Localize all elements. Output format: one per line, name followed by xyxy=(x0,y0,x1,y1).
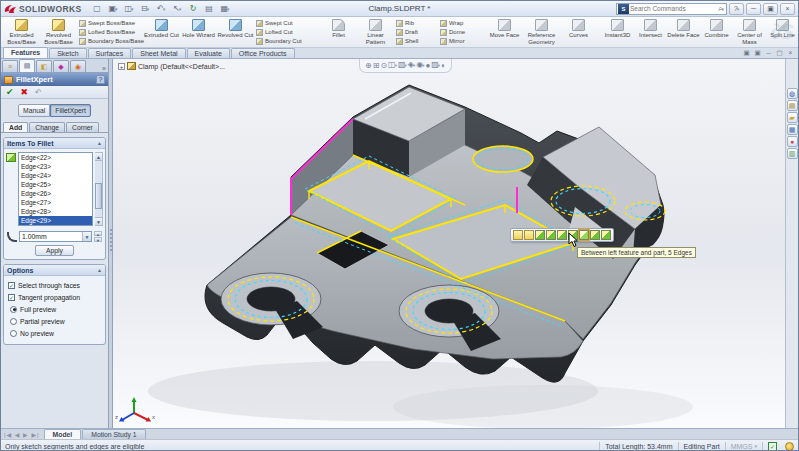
fillet-button[interactable]: Fillet xyxy=(320,18,357,46)
hide-show-items-icon[interactable]: ◉▾ xyxy=(416,59,424,72)
revolved-cut-button[interactable]: Revolved Cut xyxy=(217,18,254,46)
configuration-manager-tab[interactable]: ◧ xyxy=(36,60,52,72)
select-through-faces-checkbox[interactable]: ✓ xyxy=(8,282,15,289)
tab-sheet-metal[interactable]: Sheet Metal xyxy=(132,48,185,58)
draft-button[interactable]: Draft xyxy=(395,28,437,36)
tab-office-products[interactable]: Office Products xyxy=(231,48,295,58)
curves-button[interactable]: Curves xyxy=(560,18,597,46)
select-button[interactable]: ↖▾ xyxy=(170,3,185,15)
mirror-button[interactable]: Mirror xyxy=(439,37,481,45)
property-manager-tab[interactable]: ▤ xyxy=(19,59,35,72)
doc-restore2-icon[interactable]: ▣ xyxy=(753,49,762,57)
tab-nav-arrows[interactable]: |◀ ◀ ▶ ▶| xyxy=(1,431,44,439)
units-dropdown[interactable]: MMGS▾ xyxy=(731,443,757,450)
print-button[interactable]: ⊟▾ xyxy=(138,3,153,15)
full-preview-radio[interactable] xyxy=(10,306,17,313)
boundary-cut-button[interactable]: Boundary Cut xyxy=(255,37,315,45)
swept-boss-base-button[interactable]: Swept Boss/Base xyxy=(78,19,138,27)
new-document-button[interactable]: ▢ xyxy=(90,3,105,15)
motion-study-tab[interactable]: Motion Study 1 xyxy=(82,429,145,439)
rib-button[interactable]: Rib xyxy=(395,19,437,27)
radius-spinner[interactable]: ▲▼ xyxy=(94,231,102,242)
change-tab[interactable]: Change xyxy=(29,122,65,132)
model-tab[interactable]: Model xyxy=(44,429,82,439)
view-palette-icon[interactable]: ▦ xyxy=(787,124,798,135)
appearances-icon[interactable]: ● xyxy=(787,136,798,147)
apply-scene-icon[interactable]: ▨▾ xyxy=(431,59,440,72)
lofted-boss-base-button[interactable]: Lofted Boss/Base xyxy=(78,28,138,36)
revolved-boss-base-button[interactable]: Revolved Boss/Base xyxy=(40,18,77,46)
instant3d-button[interactable]: Instant3D xyxy=(601,18,634,46)
design-library-icon[interactable]: ▤ xyxy=(787,100,798,111)
fillet-option-2-icon[interactable] xyxy=(524,230,534,240)
tab-features[interactable]: Features xyxy=(3,47,48,58)
linear-pattern-button[interactable]: Linear Pattern xyxy=(357,18,394,46)
tab-evaluate[interactable]: Evaluate xyxy=(187,48,230,58)
options-button[interactable]: ▦▾ xyxy=(218,3,233,15)
edge-list-item[interactable]: Edge<22> xyxy=(19,153,92,162)
apply-button[interactable]: Apply xyxy=(35,245,74,256)
collapse-icon[interactable]: ▲ xyxy=(97,267,102,273)
close-button[interactable]: × xyxy=(780,3,795,15)
tab-surfaces[interactable]: Surfaces xyxy=(88,48,132,58)
doc-close-icon[interactable]: × xyxy=(786,49,795,57)
extruded-cut-button[interactable]: Extruded Cut xyxy=(143,18,180,46)
search-icon[interactable]: ⌕▾ xyxy=(716,4,726,14)
edge-list-item[interactable]: Edge<28> xyxy=(19,207,92,216)
fillet-option-4-icon[interactable] xyxy=(546,230,556,240)
edge-list-item-selected[interactable]: Edge<29> xyxy=(19,216,92,225)
view-orientation-icon[interactable]: ▧▾ xyxy=(398,59,407,72)
display-style-icon[interactable]: ◈▾ xyxy=(408,59,415,72)
intersect-button[interactable]: Intersect xyxy=(634,18,667,46)
fillet-option-3-icon[interactable] xyxy=(535,230,545,240)
doc-minimize-icon[interactable]: ─ xyxy=(764,49,773,57)
edges-listbox[interactable]: Edge<22> Edge<23> Edge<24> Edge<25> Edge… xyxy=(18,152,93,226)
lofted-cut-button[interactable]: Lofted Cut xyxy=(255,28,315,36)
tab-overflow-icon[interactable]: » xyxy=(100,65,108,72)
radius-dropdown-icon[interactable]: ▼ xyxy=(82,232,91,241)
delete-face-button[interactable]: Delete Face xyxy=(667,18,700,46)
edge-list-item[interactable]: Edge<25> xyxy=(19,180,92,189)
open-document-button[interactable]: ▣▾ xyxy=(106,3,121,15)
save-button[interactable]: ◫▾ xyxy=(122,3,137,15)
hole-wizard-button[interactable]: Hole Wizard xyxy=(180,18,217,46)
list-scrollbar[interactable]: ▲ ▼ xyxy=(95,152,103,226)
radius-combo[interactable]: 1.00mm ▼ xyxy=(19,231,92,242)
restore-button[interactable]: ▣ xyxy=(763,3,778,15)
fillet-option-8-icon[interactable] xyxy=(590,230,600,240)
doc-cascade-icon[interactable]: ▢ xyxy=(775,49,784,57)
manual-mode-button[interactable]: Manual xyxy=(18,104,50,117)
fillet-option-9-icon[interactable] xyxy=(601,230,611,240)
quick-tips-icon[interactable] xyxy=(785,442,794,451)
zoom-fit-icon[interactable]: ⊕ xyxy=(365,60,372,72)
clamp-model-3d[interactable] xyxy=(113,59,787,428)
collapse-icon[interactable]: ▲ xyxy=(97,140,102,146)
extruded-boss-base-button[interactable]: Extruded Boss/Base xyxy=(3,18,40,46)
undo-button[interactable]: ↶▾ xyxy=(154,3,169,15)
previous-view-icon[interactable]: ⊙ xyxy=(380,60,387,72)
fillet-option-5-icon[interactable] xyxy=(557,230,567,240)
edge-list-item[interactable]: Edge<24> xyxy=(19,171,92,180)
fillet-option-1-icon[interactable] xyxy=(513,230,523,240)
scroll-thumb[interactable] xyxy=(95,183,102,209)
graphics-area[interactable]: + Clamp (Default<<Default>... ⊕ ⊞ ⊙ ◫▾ ▧… xyxy=(113,59,787,428)
scroll-down-icon[interactable]: ▼ xyxy=(95,217,102,225)
swept-cut-button[interactable]: Swept Cut xyxy=(255,19,315,27)
tree-expand-icon[interactable]: + xyxy=(118,63,125,70)
move-face-button[interactable]: Move Face xyxy=(486,18,523,46)
shell-button[interactable]: Shell xyxy=(395,37,437,45)
dimxpert-manager-tab[interactable]: ◆ xyxy=(53,60,69,72)
filletxpert-mode-button[interactable]: FilletXpert xyxy=(50,104,91,117)
center-of-mass-button[interactable]: Center of Mass xyxy=(733,18,766,46)
file-properties-button[interactable]: ▤ xyxy=(202,3,217,15)
doc-restore-icon[interactable]: ▣ xyxy=(742,49,751,57)
tangent-propagation-checkbox[interactable]: ✓ xyxy=(8,294,15,301)
custom-properties-icon[interactable]: ▥ xyxy=(787,148,798,159)
scroll-up-icon[interactable]: ▲ xyxy=(95,153,102,161)
feature-manager-tab[interactable]: ≡ xyxy=(2,60,18,72)
edit-appearance-icon[interactable]: ● xyxy=(425,60,430,72)
minimize-button[interactable]: ─ xyxy=(746,3,761,15)
undo-icon[interactable]: ↶ xyxy=(35,88,42,97)
no-preview-radio[interactable] xyxy=(10,330,17,337)
fillet-option-7-icon[interactable] xyxy=(579,230,589,240)
